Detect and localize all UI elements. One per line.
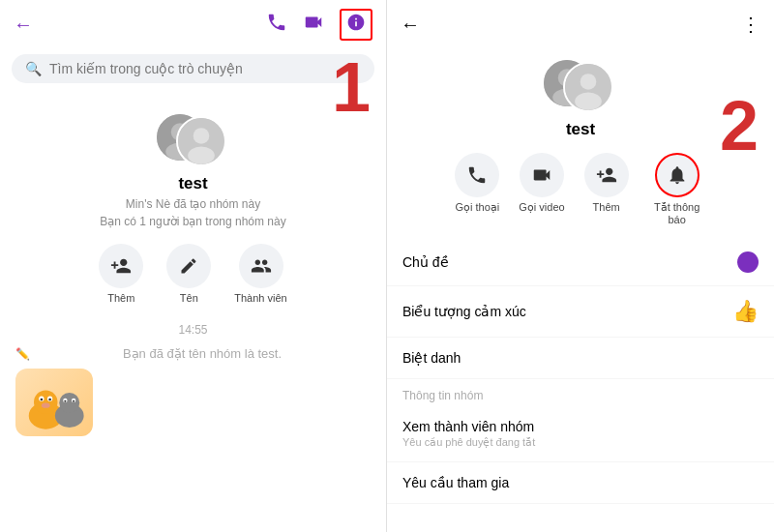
search-icon-left: 🔍 [25,61,42,76]
svg-point-5 [188,147,215,164]
right-action-btn-call[interactable]: Gọi thoại [455,153,499,225]
chat-message-text: Bạn đã đặt tên nhóm là test. [34,346,371,361]
members-btn-label: Thành viên [234,292,286,304]
sticker-area [0,369,386,436]
group-name-left: test [178,174,207,193]
avatar-group-right [542,58,619,112]
avatar-second-left [176,116,226,166]
svg-point-23 [580,74,597,90]
svg-point-12 [42,402,50,407]
menu-item-emoji[interactable]: Biểu tượng cảm xúc 👍 [387,286,774,338]
action-btn-members[interactable]: Thành viên [234,244,286,304]
rename-icon-btn [166,244,211,288]
add-btn-label: Thêm [107,292,134,304]
menu-item-join-request-title: Yêu cầu tham gia [402,475,509,490]
menu-item-join-request-left: Yêu cầu tham gia [402,475,509,490]
action-btn-rename[interactable]: Tên [166,244,211,304]
svg-point-10 [41,398,44,400]
group-subtitle1-left: Min's Nè đã tạo nhóm này [126,197,260,211]
avatar-second-right [563,62,613,112]
svg-point-18 [73,399,74,401]
more-icon-right[interactable]: ⋮ [741,13,760,36]
action-buttons-right: Gọi thoại Gọi video Thêm Tắt thông báo [445,153,715,225]
info-icon-left[interactable] [346,16,366,36]
left-header-icons [266,9,372,41]
number-badge-1: 1 [332,52,371,122]
chat-content: test Min's Nè đã tạo nhóm này Bạn có 1 n… [0,93,386,532]
back-icon-right[interactable]: ← [401,14,420,36]
menu-item-view-members[interactable]: Xem thành viên nhóm Yêu cầu phê duyệt đa… [387,406,774,462]
right-video-icon-btn [520,153,564,197]
back-icon-left[interactable]: ← [14,14,33,36]
group-name-right: test [566,120,595,139]
left-panel: ← 🔍 1 [0,0,387,532]
menu-item-view-members-title: Xem thành viên nhóm [402,419,535,434]
rename-btn-label: Tên [180,292,198,304]
menu-item-join-request[interactable]: Yêu cầu tham gia [387,462,774,504]
right-content: 2 test [387,48,774,532]
right-header: ← ⋮ [387,0,774,48]
svg-point-17 [64,399,66,401]
right-action-btn-video[interactable]: Gọi video [519,153,564,225]
action-btn-add[interactable]: Thêm [99,244,143,304]
menu-item-theme[interactable]: Chủ đề [387,239,774,286]
group-subtitle2-left: Bạn có 1 người bạn trong nhóm này [100,215,285,228]
avatar-group-left [155,112,232,166]
right-add-icon-btn [584,153,629,197]
phone-icon-left[interactable] [266,12,287,38]
menu-list-right: Chủ đề Biểu tượng cảm xúc 👍 Biệt danh Th… [387,239,774,504]
menu-item-nickname[interactable]: Biệt danh [387,338,774,379]
chat-message: ✏️ Bạn đã đặt tên nhóm là test. [0,342,386,365]
right-panel: ← ⋮ 2 test [387,0,774,532]
right-header-icons: ← [401,14,420,36]
svg-point-7 [34,390,58,414]
blue-thumb-icon: 👍 [732,299,759,324]
search-bar[interactable]: 🔍 [12,54,374,83]
menu-item-view-members-left: Xem thành viên nhóm Yêu cầu phê duyệt đa… [402,419,535,449]
menu-item-nickname-left: Biệt danh [402,350,461,366]
search-input-left[interactable] [49,61,361,76]
chat-timestamp: 14:55 [178,323,207,337]
number-badge-2: 2 [720,91,759,161]
left-header: ← [0,0,386,48]
purple-circle-icon [737,251,759,273]
right-mute-icon-btn [655,153,700,197]
video-icon-left[interactable] [303,12,324,38]
info-box[interactable] [340,9,372,41]
menu-section-title: Thông tin nhóm [387,379,774,406]
right-call-btn-label: Gọi thoại [455,201,499,214]
right-video-btn-label: Gọi video [519,201,564,214]
menu-item-emoji-left: Biểu tượng cảm xúc [402,304,526,319]
right-action-btn-mute[interactable]: Tắt thông báo [648,153,706,225]
menu-item-theme-title: Chủ đề [402,254,449,270]
svg-point-11 [48,398,51,400]
right-mute-btn-label: Tắt thông báo [648,201,706,225]
menu-item-emoji-title: Biểu tượng cảm xúc [402,304,526,319]
action-buttons-left: Thêm Tên Thành viên [99,244,286,304]
menu-item-nickname-title: Biệt danh [402,350,461,366]
right-add-btn-label: Thêm [593,201,620,213]
svg-point-14 [59,393,79,413]
menu-item-view-members-subtitle: Yêu cầu phê duyệt đang tắt [402,436,535,449]
svg-point-4 [193,128,209,144]
menu-item-theme-left: Chủ đề [402,254,449,270]
right-call-icon-btn [455,153,499,197]
sticker [15,369,93,436]
right-action-btn-add[interactable]: Thêm [584,153,629,225]
members-icon-btn [239,244,283,288]
pencil-icon: ✏️ [15,347,30,361]
add-icon-btn [99,244,143,288]
svg-point-24 [575,93,602,110]
